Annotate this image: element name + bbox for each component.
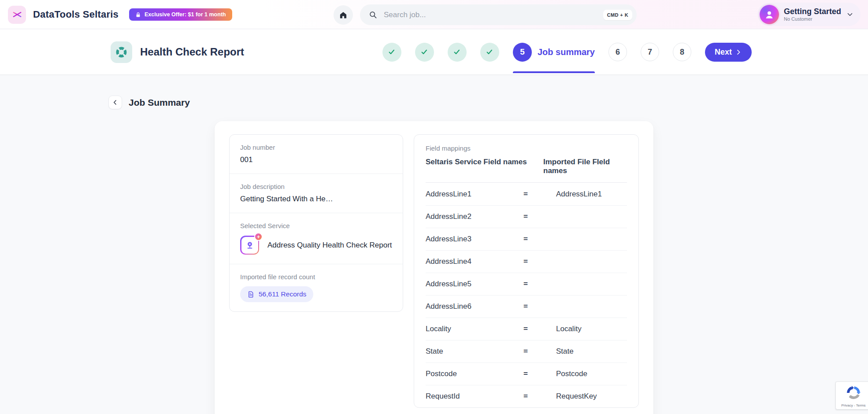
location-pin-icon bbox=[245, 240, 255, 251]
user-name: Getting Started bbox=[784, 7, 841, 16]
job-description-section: Job description Getting Started With a H… bbox=[230, 174, 403, 213]
selected-service-label: Selected Service bbox=[240, 222, 392, 229]
document-icon bbox=[247, 291, 255, 298]
search-shortcut: CMD + K bbox=[603, 10, 632, 20]
equals-sign: = bbox=[523, 347, 556, 356]
field-mappings-panel: Field mappings Seltaris Service Field na… bbox=[414, 134, 639, 408]
step-5-label: Job summary bbox=[538, 47, 595, 57]
field-mapping-row: Postcode = Postcode bbox=[426, 362, 627, 385]
next-button[interactable]: Next bbox=[705, 43, 752, 62]
step-6[interactable]: 6 bbox=[608, 43, 627, 61]
field-mappings-rows: AddressLine1 = AddressLine1 AddressLine2… bbox=[426, 182, 627, 407]
step-3-done[interactable] bbox=[448, 43, 467, 62]
equals-sign: = bbox=[523, 257, 556, 266]
step-4-done[interactable] bbox=[480, 43, 499, 62]
imported-field-name: AddressLine1 bbox=[556, 190, 627, 199]
service-field-name: AddressLine5 bbox=[426, 280, 523, 288]
service-field-name: RequestId bbox=[426, 392, 523, 401]
step-5-active[interactable]: 5 Job summary bbox=[513, 43, 595, 62]
avatar bbox=[760, 5, 779, 24]
health-check-icon bbox=[111, 41, 132, 63]
field-mapping-row: AddressLine1 = AddressLine1 bbox=[426, 183, 627, 205]
user-info: Getting Started No Customer bbox=[784, 7, 841, 22]
search-input[interactable] bbox=[383, 10, 597, 20]
equals-sign: = bbox=[523, 392, 556, 401]
page-header: Job Summary bbox=[108, 96, 868, 109]
service-field-name: Locality bbox=[426, 325, 523, 333]
job-number-label: Job number bbox=[240, 144, 392, 151]
recaptcha-privacy-terms[interactable]: Privacy - Terms bbox=[838, 403, 868, 407]
service-field-name: Postcode bbox=[426, 370, 523, 378]
content-area: Job Summary Job number 001 Job descripti… bbox=[0, 75, 868, 414]
imported-field-name: RequestKey bbox=[556, 392, 627, 401]
record-count-section: Imported file record count 56,611 Record… bbox=[230, 264, 403, 311]
brand: DataTools Seltaris Exclusive Offer: $1 f… bbox=[8, 0, 232, 29]
equals-sign: = bbox=[523, 190, 556, 199]
selected-service-section: Selected Service + Addr bbox=[230, 213, 403, 264]
offer-badge[interactable]: Exclusive Offer: $1 for 1 month bbox=[129, 8, 232, 21]
service-thumbnail: + bbox=[240, 236, 259, 255]
equals-sign: = bbox=[523, 235, 556, 244]
lock-icon bbox=[135, 12, 141, 18]
field-mapping-row: AddressLine3 = bbox=[426, 228, 627, 250]
search-bar[interactable]: CMD + K bbox=[360, 4, 637, 25]
imported-field-name: Postcode bbox=[556, 370, 627, 378]
topbar-center: CMD + K bbox=[334, 4, 637, 25]
back-button[interactable] bbox=[108, 96, 122, 109]
step-5-number: 5 bbox=[513, 43, 532, 62]
field-mapping-row: AddressLine4 = bbox=[426, 250, 627, 273]
job-number-section: Job number 001 bbox=[230, 135, 403, 174]
job-description-label: Job description bbox=[240, 183, 392, 190]
equals-sign: = bbox=[523, 212, 556, 221]
check-icon bbox=[485, 48, 494, 56]
home-icon bbox=[339, 11, 348, 19]
imported-field-name: Locality bbox=[556, 325, 627, 333]
user-menu[interactable]: Getting Started No Customer bbox=[757, 3, 861, 26]
search-icon bbox=[369, 11, 377, 19]
service-field-name: AddressLine2 bbox=[426, 212, 523, 221]
job-description-value: Getting Started With a He… bbox=[240, 195, 392, 203]
record-count-value: 56,611 Records bbox=[259, 290, 306, 298]
chevron-left-icon bbox=[112, 99, 119, 106]
next-button-label: Next bbox=[715, 48, 732, 57]
column-header-imported: Imported File FIeld names bbox=[543, 158, 627, 175]
stepper: 5 Job summary 6 7 8 Next bbox=[382, 43, 752, 62]
app-logo-icon[interactable] bbox=[8, 6, 26, 24]
service-field-name: State bbox=[426, 347, 523, 356]
chevron-down-icon bbox=[846, 11, 854, 18]
service-field-name: AddressLine6 bbox=[426, 302, 523, 311]
recaptcha-badge[interactable]: Privacy - Terms bbox=[835, 381, 868, 410]
job-summary-card: Job number 001 Job description Getting S… bbox=[215, 121, 653, 414]
job-details-panel: Job number 001 Job description Getting S… bbox=[229, 134, 403, 312]
step-2-done[interactable] bbox=[415, 43, 434, 62]
equals-sign: = bbox=[523, 302, 556, 311]
chevron-right-icon bbox=[735, 49, 742, 55]
user-icon bbox=[764, 9, 775, 20]
selected-service-row: + Address Quality Health Check Report bbox=[240, 236, 392, 255]
recaptcha-icon bbox=[846, 385, 861, 401]
field-mappings-header: Seltaris Service Field names Imported Fi… bbox=[426, 158, 627, 182]
imported-field-name: State bbox=[556, 347, 627, 356]
service-field-name: AddressLine1 bbox=[426, 190, 523, 199]
field-mapping-row: AddressLine5 = bbox=[426, 273, 627, 295]
field-mapping-row: AddressLine6 = bbox=[426, 295, 627, 318]
service-field-name: AddressLine3 bbox=[426, 235, 523, 244]
check-icon bbox=[453, 48, 461, 56]
brand-name: DataTools Seltaris bbox=[33, 9, 119, 20]
field-mapping-row: Locality = Locality bbox=[426, 318, 627, 340]
record-count-badge: 56,611 Records bbox=[240, 286, 313, 302]
step-7[interactable]: 7 bbox=[641, 43, 659, 61]
home-button[interactable] bbox=[334, 5, 353, 25]
user-subtitle: No Customer bbox=[784, 16, 841, 22]
page-title: Job Summary bbox=[129, 97, 190, 108]
field-mapping-row: RequestId = RequestKey bbox=[426, 385, 627, 407]
equals-sign: = bbox=[523, 325, 556, 333]
report-title: Health Check Report bbox=[140, 46, 244, 58]
step-1-done[interactable] bbox=[382, 43, 401, 62]
offer-badge-label: Exclusive Offer: $1 for 1 month bbox=[145, 11, 226, 18]
step-8[interactable]: 8 bbox=[673, 43, 691, 61]
record-count-label: Imported file record count bbox=[240, 273, 392, 281]
check-icon bbox=[387, 48, 396, 56]
column-header-service: Seltaris Service Field names bbox=[426, 158, 543, 175]
wizard-header: Health Check Report 5 Job summary 6 7 8 … bbox=[0, 30, 868, 75]
